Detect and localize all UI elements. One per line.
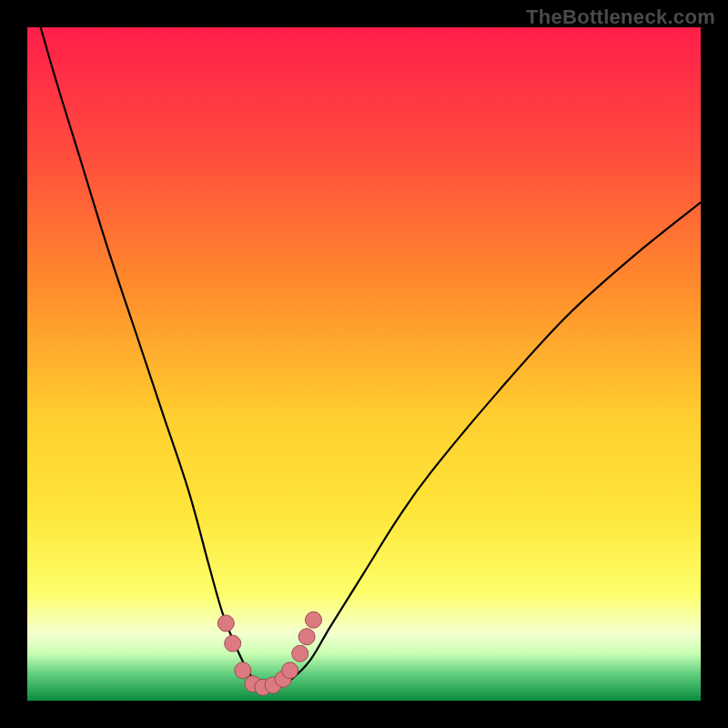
marker-point xyxy=(298,629,315,645)
marker-point xyxy=(292,645,308,662)
marker-point xyxy=(217,615,234,632)
plot-area xyxy=(27,27,701,701)
plot-svg xyxy=(27,27,701,701)
gradient-background xyxy=(27,27,701,701)
marker-point xyxy=(306,612,322,628)
site-watermark: TheBottleneck.com xyxy=(526,5,715,29)
marker-point xyxy=(225,635,241,652)
marker-point xyxy=(282,662,298,679)
chart-frame: TheBottleneck.com xyxy=(0,0,728,728)
marker-point xyxy=(235,662,251,679)
